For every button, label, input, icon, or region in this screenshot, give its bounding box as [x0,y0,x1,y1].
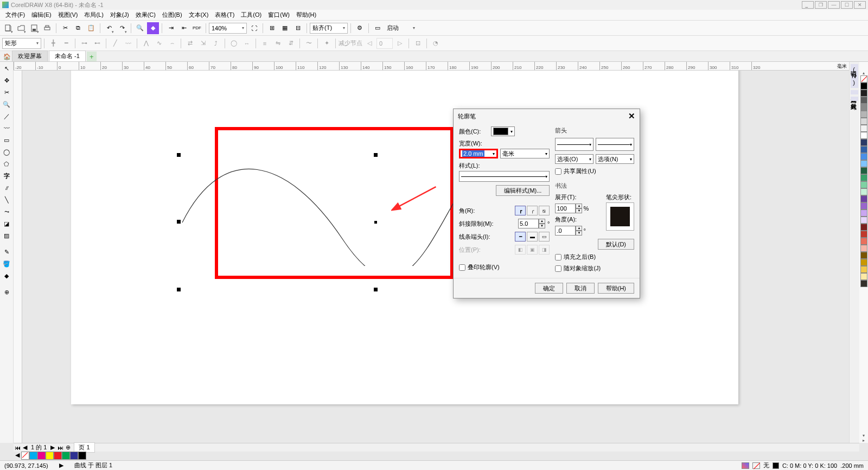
pdf-button[interactable]: PDF [191,22,203,34]
color-swatch[interactable] [37,452,46,460]
launch-combo[interactable]: 启动 [385,23,417,34]
color-swatch[interactable] [46,452,54,460]
color-swatch[interactable] [860,174,867,181]
quick-customize-icon[interactable]: ⊕ [1,287,12,297]
publish-button[interactable]: ⇤ [178,22,190,34]
menu-effects[interactable]: 效果(C) [132,10,159,20]
paste-button[interactable]: 📋 [85,22,97,34]
arrow-start-combo[interactable] [555,138,593,151]
menu-bitmap[interactable]: 位图(B) [159,10,186,20]
outline-color-picker[interactable] [491,126,515,136]
zoom-combo[interactable]: 140% [209,23,247,34]
crop-tool-icon[interactable]: ✂ [1,87,12,98]
palette-scroll-down-icon[interactable]: ▾ [863,433,865,438]
guides-button[interactable]: ⊟ [292,22,304,34]
edit-style-button[interactable]: 编辑样式(M)... [496,185,550,196]
options-button[interactable]: ⚙ [354,22,366,34]
doc-palette-left-icon[interactable]: ◀ [14,452,21,460]
maximize-button[interactable]: ☐ [841,1,853,9]
export-button[interactable]: ⇥ [165,22,177,34]
palette-scroll-up-icon[interactable]: ▴ [863,71,865,75]
color-swatch[interactable] [860,181,867,188]
add-tab-button[interactable]: + [87,52,97,61]
first-page-button[interactable]: ⏮ [14,444,21,451]
color-swatch[interactable] [860,202,867,209]
last-page-button[interactable]: ⏭ [56,444,64,451]
help-button[interactable]: 帮助(H) [598,283,634,294]
outline-color-chip[interactable] [773,462,779,469]
dialog-titlebar[interactable]: 轮廓笔 ✕ [454,109,640,123]
docker-obj-properties[interactable]: 对象属性 [851,90,858,94]
selection-handle[interactable] [374,288,378,291]
new-doc-button[interactable] [2,22,14,34]
color-swatch[interactable] [860,245,867,252]
menu-edit[interactable]: 编辑(E) [28,10,55,20]
color-swatch[interactable] [860,217,867,224]
snap-combo[interactable]: 贴齐(T) [310,23,348,34]
color-swatch[interactable] [860,125,867,132]
color-swatch[interactable] [70,452,78,460]
stretch-spinner[interactable]: ▲▼ [555,204,582,213]
minimize-button[interactable]: — [828,1,840,9]
transparency-tool-icon[interactable]: ▨ [1,230,12,241]
palette-flyout-icon[interactable]: ▸ [863,438,865,443]
fill-none-icon[interactable] [752,462,760,469]
text-tool-icon[interactable]: 字 [1,170,12,181]
ellipse-tool-icon[interactable]: ◯ [1,147,12,157]
dialog-close-button[interactable]: ✕ [628,111,635,121]
color-swatch[interactable] [860,188,867,195]
corner-miter-button[interactable]: ┏ [515,206,526,215]
prev-page-button[interactable]: ◀ [21,444,29,451]
menu-object[interactable]: 对象(J) [107,10,132,20]
menu-view[interactable]: 视图(V) [55,10,81,20]
rectangle-tool-icon[interactable]: ▭ [1,135,12,145]
line-style-combo[interactable] [459,171,550,182]
color-swatch[interactable] [860,139,867,146]
import-button[interactable]: ◆ [147,22,159,34]
arrow-opts-left[interactable]: 选项(O) [555,154,593,164]
polygon-tool-icon[interactable]: ⬠ [1,158,12,169]
scale-with-checkbox[interactable]: 随对象缩放(J) [555,264,634,272]
menu-file[interactable]: 文件(F) [2,10,28,20]
copy-button[interactable]: ⧉ [72,22,84,34]
fill-tool-icon[interactable]: 🪣 [1,258,12,269]
redo-button[interactable]: ↷ [116,22,128,34]
arrow-end-combo[interactable] [596,138,634,151]
eyedropper-tool-icon[interactable]: ✎ [1,246,12,257]
cancel-button[interactable]: 取消 [566,283,595,294]
dropshadow-tool-icon[interactable]: ◪ [1,218,12,229]
no-color-swatch[interactable] [21,452,29,460]
share-attrs-checkbox[interactable]: 共享属性(U) [555,167,634,175]
tab-document[interactable]: 未命名 -1 [49,50,86,61]
ok-button[interactable]: 确定 [535,283,563,294]
open-button[interactable] [15,22,27,34]
color-swatch[interactable] [860,160,867,167]
menu-tools[interactable]: 工具(O) [238,10,265,20]
cap-square-button[interactable]: ▭ [539,232,550,242]
color-swatch[interactable] [860,132,867,139]
color-swatch[interactable] [860,195,867,202]
menu-table[interactable]: 表格(T) [212,10,238,20]
smartfill-tool-icon[interactable]: ◆ [1,270,12,281]
arrow-opts-right[interactable]: 选项(N) [596,154,634,164]
menu-layout[interactable]: 布局(L) [81,10,106,20]
color-swatch[interactable] [860,82,867,90]
parallel-tool-icon[interactable]: ⫽ [1,182,12,193]
color-swatch[interactable] [860,153,867,160]
cap-flat-button[interactable]: ━ [515,232,526,242]
color-swatch[interactable] [860,224,867,231]
color-swatch[interactable] [860,209,867,217]
preset-combo[interactable]: 矩形 [2,38,41,49]
docker-obj-styles[interactable]: 对象样式 [851,97,858,101]
overprint-checkbox[interactable]: 叠印轮廓(V) [459,263,550,271]
home-icon[interactable]: 🏠 [2,52,12,61]
color-swatch[interactable] [860,90,867,97]
pick-tool-icon[interactable]: ↖ [1,63,12,74]
miter-limit-spinner[interactable]: ▲▼ [518,219,545,228]
color-swatch[interactable] [860,231,867,238]
outline-unit-combo[interactable]: 毫米 [500,149,550,158]
canvas[interactable] [22,71,849,434]
color-swatch[interactable] [860,259,867,266]
zoom-tool-icon[interactable]: 🔍 [1,99,12,110]
color-swatch[interactable] [54,452,62,460]
